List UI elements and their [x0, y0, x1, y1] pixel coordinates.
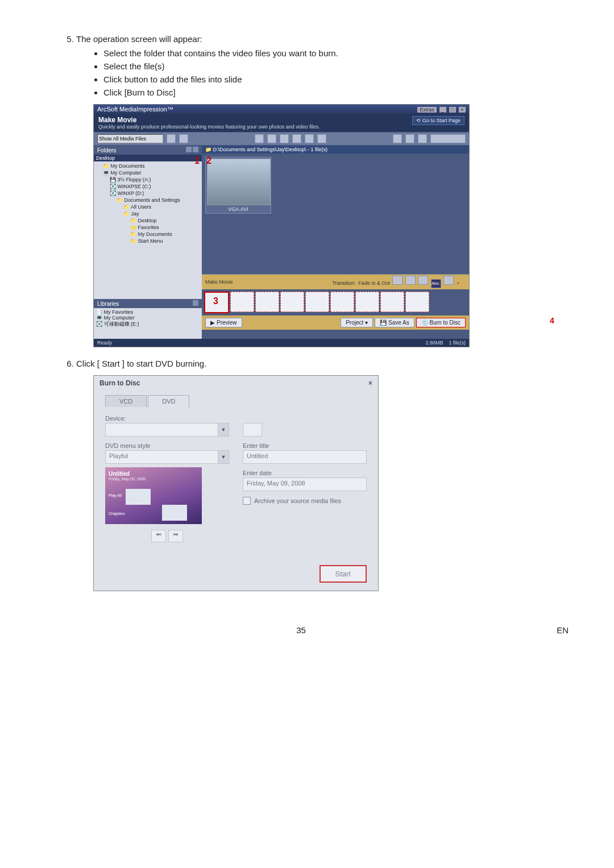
preview-button[interactable]: ▶ Preview	[205, 318, 242, 327]
tree-item[interactable]: 📁 Jay	[95, 210, 201, 217]
maximize-icon[interactable]: □	[449, 107, 456, 113]
storyboard-slot[interactable]	[330, 292, 354, 312]
storyboard-slot[interactable]	[255, 292, 279, 312]
burn-to-disc-button[interactable]: 💿 Burn to Disc	[416, 318, 466, 327]
extras-label[interactable]: Extras	[417, 107, 437, 113]
save-as-button[interactable]: 💾 Save As	[375, 318, 414, 327]
status-count: 1 file(s)	[449, 340, 466, 346]
tree-item[interactable]: 💽 WINXP (D:)	[95, 190, 201, 197]
folders-heading: Folders	[97, 147, 116, 153]
collapse-icon[interactable]	[186, 147, 192, 152]
storyboard-slot[interactable]	[305, 292, 329, 312]
step6-title: Click [ Start ] to start DVD burning.	[76, 359, 206, 368]
tree-item[interactable]: 📁 Desktop	[95, 217, 201, 224]
delete-icon[interactable]	[317, 134, 326, 143]
sb-text-icon[interactable]: Abc	[431, 279, 441, 288]
archive-checkbox[interactable]	[243, 497, 251, 505]
step5-title: The operation screen will appear:	[76, 34, 202, 44]
sb-close-icon[interactable]: ×	[457, 280, 466, 288]
step5-b1: Select the folder that contains the vide…	[103, 48, 569, 58]
close-panel-icon[interactable]	[193, 147, 198, 152]
tree-item[interactable]: 📁 My Documents	[95, 231, 201, 238]
transition-value: Fade in & Out	[358, 280, 390, 288]
tree-item[interactable]: 💽 WINXPSE (C:)	[95, 183, 201, 190]
tab-vcd[interactable]: VCD	[105, 395, 147, 407]
libraries-panel[interactable]: 📑 My Favorites 💻 My Computer 💽 可移動磁碟 (E:…	[94, 308, 202, 339]
chevron-down-icon[interactable]: ▼	[218, 423, 229, 437]
dialog-close-icon[interactable]: ×	[368, 379, 372, 387]
refresh-icon[interactable]	[179, 134, 188, 143]
rotate-right-icon[interactable]	[267, 134, 276, 143]
page-number: 35	[296, 625, 306, 635]
menu-preview-playall: Play All	[109, 493, 122, 497]
chevron-down-icon[interactable]: ▼	[218, 450, 229, 464]
marker-4: 4	[550, 316, 614, 325]
dialog-title: Burn to Disc	[99, 379, 140, 387]
close-icon[interactable]: ×	[459, 107, 466, 113]
storyboard-slot[interactable]	[355, 292, 379, 312]
tab-dvd[interactable]: DVD	[148, 395, 189, 407]
goto-start-button[interactable]: ⟲ Go to Start Page	[412, 116, 464, 125]
sort-icon[interactable]	[405, 134, 414, 143]
view-icon[interactable]	[393, 134, 402, 143]
project-button[interactable]: Project ▾	[341, 318, 373, 327]
page-title: Make Movie	[98, 116, 320, 124]
lib-item[interactable]: 💽 可移動磁碟 (E:)	[96, 321, 200, 328]
prev-style-button[interactable]: ⬅	[151, 530, 166, 542]
tree-item[interactable]: 📁 All Users	[95, 203, 201, 210]
tree-item[interactable]: 💻 My Computer	[95, 169, 201, 176]
sb-rotate-icon[interactable]	[405, 276, 416, 285]
tree-item[interactable]: 📁 Start Menu	[95, 238, 201, 244]
thumbnail[interactable]: VGA.AVI	[205, 157, 271, 214]
toolbar	[94, 132, 469, 146]
lib-item[interactable]: 📑 My Favorites	[96, 309, 200, 315]
menu-style-select[interactable]: Playful	[105, 450, 218, 464]
page-subtitle: Quickly and easily produce professional-…	[98, 124, 320, 130]
device-label: Device:	[105, 415, 367, 422]
tree-root[interactable]: Desktop	[94, 155, 202, 161]
marker-3: 3	[213, 296, 218, 306]
device-eject-button[interactable]	[243, 423, 262, 437]
menu-preview-title: Untitled	[109, 471, 198, 477]
tree-item[interactable]: 📁 Documents and Settings	[95, 197, 201, 203]
tree-item[interactable]: 📁 My Documents	[95, 163, 201, 169]
app-title: ArcSoft MediaImpression™	[97, 106, 173, 113]
thumbnail-image	[207, 159, 271, 205]
step5-b2: Select the file(s)	[103, 61, 569, 71]
device-select[interactable]	[105, 423, 218, 437]
lib-item[interactable]: 💻 My Computer	[96, 315, 200, 321]
sb-copy-icon[interactable]	[418, 276, 428, 285]
menu-style-label: DVD menu style	[105, 442, 229, 449]
filter-input[interactable]	[97, 134, 163, 143]
group-icon[interactable]	[418, 134, 427, 143]
folder-tree[interactable]: Desktop 1 📁 My Documents 💻 My Computer 💾…	[94, 155, 202, 299]
transition-label: Transition:	[332, 280, 356, 288]
archive-label: Archive your source media files	[254, 497, 341, 504]
star-icon[interactable]	[292, 134, 301, 143]
start-button[interactable]: Start	[320, 565, 367, 583]
storyboard-slot[interactable]	[380, 292, 404, 312]
storyboard-slot[interactable]: 3	[204, 292, 229, 313]
sb-tools-icon[interactable]	[443, 276, 454, 285]
tree-item[interactable]: 💾 3½ Floppy (A:)	[95, 176, 201, 183]
storyboard-slot[interactable]	[280, 292, 304, 312]
rotate-left-icon[interactable]	[255, 134, 264, 143]
dropdown-icon[interactable]	[167, 134, 176, 143]
marker-1: 1	[194, 156, 200, 166]
step5-b3: Click button to add the files into slide	[103, 74, 569, 84]
tag-icon[interactable]	[305, 134, 314, 143]
storyboard-slot[interactable]	[230, 292, 254, 312]
next-style-button[interactable]: ➡	[168, 530, 183, 542]
copy-icon[interactable]	[280, 134, 289, 143]
sb-dropdown-icon[interactable]	[392, 276, 403, 285]
close-panel-icon[interactable]	[193, 300, 198, 306]
storyboard-strip[interactable]: 3	[202, 289, 469, 315]
storyboard-slot[interactable]	[405, 292, 429, 312]
minimize-icon[interactable]: _	[439, 107, 446, 113]
thumbnail-area[interactable]: 2 VGA.AVI	[202, 153, 469, 274]
title-input[interactable]: Untitled	[243, 450, 367, 464]
libraries-heading: Libraries	[97, 301, 119, 307]
tree-item[interactable]: ⭐ Favorites	[95, 224, 201, 231]
zoom-slider[interactable]	[430, 134, 466, 143]
date-input[interactable]: Friday, May 09, 2008	[243, 477, 367, 491]
